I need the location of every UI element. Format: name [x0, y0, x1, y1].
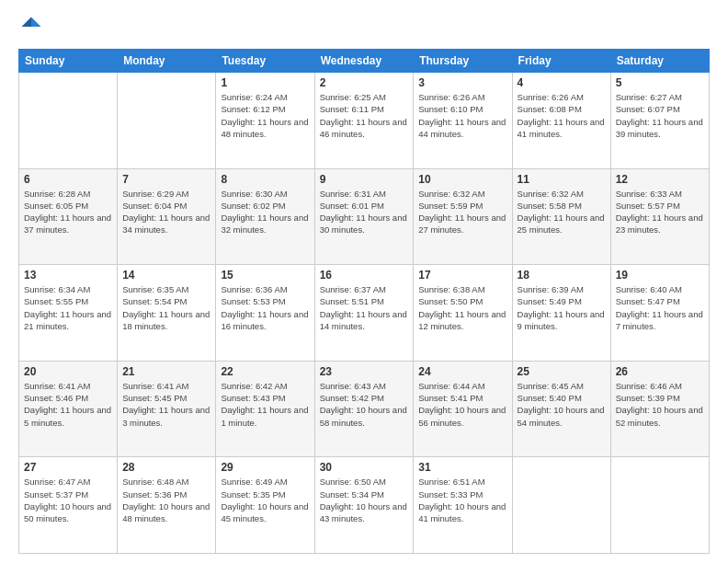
- day-number: 11: [518, 173, 606, 186]
- day-header-wednesday: Wednesday: [314, 50, 414, 73]
- day-info: Sunrise: 6:31 AM Sunset: 6:01 PM Dayligh…: [320, 188, 409, 236]
- day-number: 8: [221, 173, 309, 186]
- calendar-cell: [610, 457, 709, 554]
- day-number: 10: [418, 173, 506, 186]
- day-number: 5: [616, 76, 704, 89]
- day-info: Sunrise: 6:32 AM Sunset: 5:59 PM Dayligh…: [418, 188, 506, 236]
- calendar-cell: 5Sunrise: 6:27 AM Sunset: 6:07 PM Daylig…: [610, 73, 709, 169]
- calendar-table: SundayMondayTuesdayWednesdayThursdayFrid…: [18, 49, 710, 554]
- day-number: 23: [320, 365, 409, 378]
- day-info: Sunrise: 6:24 AM Sunset: 6:12 PM Dayligh…: [221, 91, 309, 140]
- day-info: Sunrise: 6:27 AM Sunset: 6:07 PM Dayligh…: [616, 91, 704, 140]
- calendar-header-row: SundayMondayTuesdayWednesdayThursdayFrid…: [19, 50, 710, 73]
- calendar-cell: 8Sunrise: 6:30 AM Sunset: 6:02 PM Daylig…: [216, 168, 314, 265]
- day-info: Sunrise: 6:51 AM Sunset: 5:33 PM Dayligh…: [418, 476, 506, 524]
- day-number: 6: [24, 173, 112, 186]
- day-header-monday: Monday: [118, 50, 216, 73]
- day-info: Sunrise: 6:39 AM Sunset: 5:49 PM Dayligh…: [518, 283, 606, 332]
- calendar-cell: 18Sunrise: 6:39 AM Sunset: 5:49 PM Dayli…: [512, 265, 610, 362]
- calendar-week-row: 20Sunrise: 6:41 AM Sunset: 5:46 PM Dayli…: [19, 361, 710, 457]
- calendar-cell: 11Sunrise: 6:32 AM Sunset: 5:58 PM Dayli…: [512, 168, 610, 265]
- svg-marker-1: [22, 17, 32, 28]
- calendar-cell: 19Sunrise: 6:40 AM Sunset: 5:47 PM Dayli…: [610, 265, 709, 362]
- day-info: Sunrise: 6:42 AM Sunset: 5:43 PM Dayligh…: [221, 380, 309, 429]
- calendar-cell: 4Sunrise: 6:26 AM Sunset: 6:08 PM Daylig…: [512, 73, 610, 169]
- day-info: Sunrise: 6:26 AM Sunset: 6:08 PM Dayligh…: [518, 91, 606, 140]
- day-header-tuesday: Tuesday: [216, 50, 314, 73]
- day-number: 20: [24, 365, 112, 378]
- day-info: Sunrise: 6:37 AM Sunset: 5:51 PM Dayligh…: [320, 283, 409, 332]
- calendar-cell: [512, 457, 610, 554]
- day-number: 1: [221, 76, 309, 89]
- calendar-cell: 30Sunrise: 6:50 AM Sunset: 5:34 PM Dayli…: [314, 457, 414, 554]
- calendar-cell: 21Sunrise: 6:41 AM Sunset: 5:45 PM Dayli…: [118, 361, 216, 457]
- calendar-week-row: 6Sunrise: 6:28 AM Sunset: 6:05 PM Daylig…: [19, 168, 710, 265]
- calendar-cell: 9Sunrise: 6:31 AM Sunset: 6:01 PM Daylig…: [314, 168, 414, 265]
- calendar-cell: 28Sunrise: 6:48 AM Sunset: 5:36 PM Dayli…: [118, 457, 216, 554]
- day-info: Sunrise: 6:33 AM Sunset: 5:57 PM Dayligh…: [616, 188, 704, 236]
- calendar-cell: 10Sunrise: 6:32 AM Sunset: 5:59 PM Dayli…: [414, 168, 512, 265]
- day-number: 9: [320, 173, 409, 186]
- calendar-cell: 23Sunrise: 6:43 AM Sunset: 5:42 PM Dayli…: [314, 361, 414, 457]
- day-info: Sunrise: 6:25 AM Sunset: 6:11 PM Dayligh…: [320, 91, 409, 140]
- calendar-week-row: 13Sunrise: 6:34 AM Sunset: 5:55 PM Dayli…: [19, 265, 710, 362]
- day-number: 4: [518, 76, 606, 89]
- day-number: 19: [616, 269, 704, 282]
- calendar-cell: 14Sunrise: 6:35 AM Sunset: 5:54 PM Dayli…: [118, 265, 216, 362]
- calendar-cell: 25Sunrise: 6:45 AM Sunset: 5:40 PM Dayli…: [512, 361, 610, 457]
- day-number: 26: [616, 365, 704, 378]
- calendar-cell: 17Sunrise: 6:38 AM Sunset: 5:50 PM Dayli…: [414, 265, 512, 362]
- calendar-cell: [19, 73, 118, 169]
- calendar-week-row: 27Sunrise: 6:47 AM Sunset: 5:37 PM Dayli…: [19, 457, 710, 554]
- day-number: 24: [418, 365, 506, 378]
- calendar-cell: 22Sunrise: 6:42 AM Sunset: 5:43 PM Dayli…: [216, 361, 314, 457]
- day-number: 16: [320, 269, 409, 282]
- calendar-cell: 7Sunrise: 6:29 AM Sunset: 6:04 PM Daylig…: [118, 168, 216, 265]
- page: SundayMondayTuesdayWednesdayThursdayFrid…: [0, 0, 728, 563]
- logo-icon: [18, 14, 44, 40]
- calendar-cell: 29Sunrise: 6:49 AM Sunset: 5:35 PM Dayli…: [216, 457, 314, 554]
- day-number: 2: [320, 76, 409, 89]
- calendar-cell: 2Sunrise: 6:25 AM Sunset: 6:11 PM Daylig…: [314, 73, 414, 169]
- calendar-cell: [118, 73, 216, 169]
- calendar-cell: 12Sunrise: 6:33 AM Sunset: 5:57 PM Dayli…: [610, 168, 709, 265]
- day-info: Sunrise: 6:41 AM Sunset: 5:45 PM Dayligh…: [122, 380, 210, 429]
- day-info: Sunrise: 6:46 AM Sunset: 5:39 PM Dayligh…: [616, 380, 704, 429]
- day-info: Sunrise: 6:36 AM Sunset: 5:53 PM Dayligh…: [221, 283, 309, 332]
- day-number: 14: [122, 269, 210, 282]
- header: [18, 14, 710, 40]
- day-header-friday: Friday: [512, 50, 610, 73]
- day-info: Sunrise: 6:41 AM Sunset: 5:46 PM Dayligh…: [24, 380, 112, 429]
- day-info: Sunrise: 6:44 AM Sunset: 5:41 PM Dayligh…: [418, 380, 506, 429]
- day-info: Sunrise: 6:49 AM Sunset: 5:35 PM Dayligh…: [221, 476, 309, 524]
- day-number: 21: [122, 365, 210, 378]
- day-info: Sunrise: 6:29 AM Sunset: 6:04 PM Dayligh…: [122, 188, 210, 236]
- day-number: 28: [122, 461, 210, 474]
- calendar-cell: 15Sunrise: 6:36 AM Sunset: 5:53 PM Dayli…: [216, 265, 314, 362]
- day-number: 13: [24, 269, 112, 282]
- calendar-cell: 24Sunrise: 6:44 AM Sunset: 5:41 PM Dayli…: [414, 361, 512, 457]
- day-info: Sunrise: 6:45 AM Sunset: 5:40 PM Dayligh…: [518, 380, 606, 429]
- day-info: Sunrise: 6:40 AM Sunset: 5:47 PM Dayligh…: [616, 283, 704, 332]
- calendar-cell: 16Sunrise: 6:37 AM Sunset: 5:51 PM Dayli…: [314, 265, 414, 362]
- day-number: 31: [418, 461, 506, 474]
- day-info: Sunrise: 6:43 AM Sunset: 5:42 PM Dayligh…: [320, 380, 409, 429]
- day-info: Sunrise: 6:38 AM Sunset: 5:50 PM Dayligh…: [418, 283, 506, 332]
- calendar-cell: 3Sunrise: 6:26 AM Sunset: 6:10 PM Daylig…: [414, 73, 512, 169]
- day-number: 12: [616, 173, 704, 186]
- day-number: 22: [221, 365, 309, 378]
- day-info: Sunrise: 6:28 AM Sunset: 6:05 PM Dayligh…: [24, 188, 112, 236]
- day-info: Sunrise: 6:50 AM Sunset: 5:34 PM Dayligh…: [320, 476, 409, 524]
- day-header-saturday: Saturday: [610, 50, 709, 73]
- calendar-cell: 6Sunrise: 6:28 AM Sunset: 6:05 PM Daylig…: [19, 168, 118, 265]
- day-number: 7: [122, 173, 210, 186]
- day-number: 15: [221, 269, 309, 282]
- day-header-sunday: Sunday: [19, 50, 118, 73]
- day-info: Sunrise: 6:35 AM Sunset: 5:54 PM Dayligh…: [122, 283, 210, 332]
- day-number: 27: [24, 461, 112, 474]
- calendar-cell: 13Sunrise: 6:34 AM Sunset: 5:55 PM Dayli…: [19, 265, 118, 362]
- day-number: 18: [518, 269, 606, 282]
- day-info: Sunrise: 6:30 AM Sunset: 6:02 PM Dayligh…: [221, 188, 309, 236]
- svg-marker-0: [31, 17, 41, 28]
- day-info: Sunrise: 6:48 AM Sunset: 5:36 PM Dayligh…: [122, 476, 210, 524]
